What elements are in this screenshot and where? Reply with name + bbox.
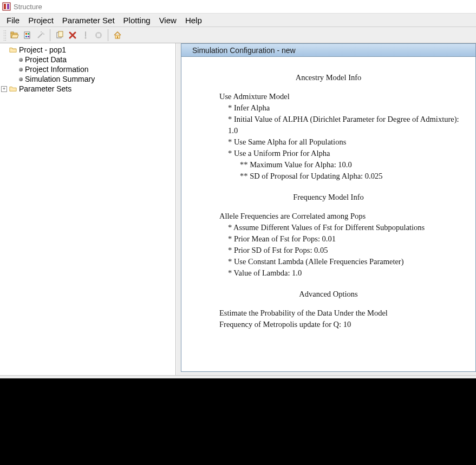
window-title: Structure [14,3,42,11]
svg-rect-6 [25,33,27,35]
config-line: * Prior SD of Fst for Pops: 0.05 [228,245,459,256]
menu-view[interactable]: View [155,15,181,26]
config-line: * Use Constant Lambda (Allele Frequencie… [228,256,459,267]
tree-label: Project Information [25,65,89,74]
config-line: Frequency of Metropolis update for Q: 10 [219,319,459,330]
panel-title: Simulation Configuration - new [192,46,296,55]
expander-icon[interactable]: + [1,86,7,92]
svg-point-12 [43,34,44,35]
menu-bar: File Project Parameter Set Plotting View… [0,13,476,27]
svg-rect-7 [25,36,27,37]
tree-node-parameter-sets[interactable]: + Parameter Sets [1,84,174,94]
config-line: * Use Same Alpha for all Populations [228,136,459,148]
horizontal-splitter[interactable] [0,375,476,378]
toolbar [0,27,476,43]
config-line: * Assume Different Values of Fst for Dif… [228,222,459,233]
toolbar-separator [50,29,50,41]
project-tree[interactable]: Project - pop1 Project Data Project Info… [0,43,176,375]
wand-button[interactable] [35,29,47,41]
config-line: Use Admixture Model [219,91,459,102]
svg-point-11 [41,31,42,32]
folder-icon [9,46,17,54]
tree-label: Project Data [25,55,67,64]
tree-root-project[interactable]: Project - pop1 [1,45,174,55]
panel-title-bar[interactable]: Simulation Configuration - new [181,44,475,57]
config-line: * Prior Mean of Fst for Pops: 0.01 [228,233,459,245]
menu-project[interactable]: Project [24,15,58,26]
config-line: ** Maximum Value for Alpha: 10.0 [240,159,459,171]
delete-button[interactable] [67,29,79,41]
empty-region [0,379,476,465]
config-line: * Use a Uniform Prior for Alpha [228,148,459,159]
section-heading-advanced: Advanced Options [198,289,459,300]
tree-node-project-information[interactable]: Project Information [1,64,174,74]
bullet-icon [19,77,23,81]
home-button[interactable] [112,29,123,41]
open-project-button[interactable] [9,29,21,41]
svg-rect-17 [97,34,100,37]
bullet-icon [19,68,23,71]
expander-icon [1,47,7,53]
menu-parameter-set[interactable]: Parameter Set [58,15,119,26]
svg-rect-9 [28,36,29,37]
menu-plotting[interactable]: Plotting [119,15,155,26]
panel-body[interactable]: Ancestry Model Info Use Admixture Model … [181,57,475,371]
tree-node-project-data[interactable]: Project Data [1,55,174,64]
svg-rect-8 [28,33,29,35]
alert-button[interactable] [80,29,92,41]
config-line: ** SD of Proposal for Updating Alpha: 0.… [240,171,459,182]
svg-point-10 [42,32,43,34]
svg-rect-14 [58,31,63,37]
svg-rect-19 [117,36,118,38]
svg-point-15 [85,37,87,38]
app-icon [2,2,11,11]
svg-rect-5 [24,32,30,38]
toolbar-grip [3,30,6,41]
tree-label: Parameter Sets [19,84,71,93]
tree-label: Simulation Summary [25,75,95,83]
title-bar: Structure [0,0,476,13]
simulation-config-panel: Simulation Configuration - new Ancestry … [181,43,476,372]
svg-rect-1 [4,4,6,9]
section-heading-ancestry: Ancestry Model Info [198,72,459,83]
new-run-button[interactable] [22,29,34,41]
toolbar-separator [108,29,108,41]
menu-help[interactable]: Help [181,15,206,26]
config-line: Allele Frequencies are Correlated among … [219,211,459,222]
svg-rect-2 [7,4,9,9]
tree-node-simulation-summary[interactable]: Simulation Summary [1,74,174,84]
duplicate-button[interactable] [54,29,66,41]
tree-label: Project - pop1 [19,45,66,54]
config-line: * Value of Lambda: 1.0 [228,267,459,279]
stop-button[interactable] [93,29,105,41]
folder-icon [9,85,17,93]
menu-file[interactable]: File [2,15,24,26]
bullet-icon [19,58,23,62]
config-line: * Initial Value of ALPHA (Dirichlet Para… [228,114,459,136]
section-heading-frequency: Frequency Model Info [198,192,459,203]
config-line: * Infer Alpha [228,102,459,114]
svg-rect-4 [11,32,14,34]
config-line: Estimate the Probability of the Data Und… [219,307,459,319]
